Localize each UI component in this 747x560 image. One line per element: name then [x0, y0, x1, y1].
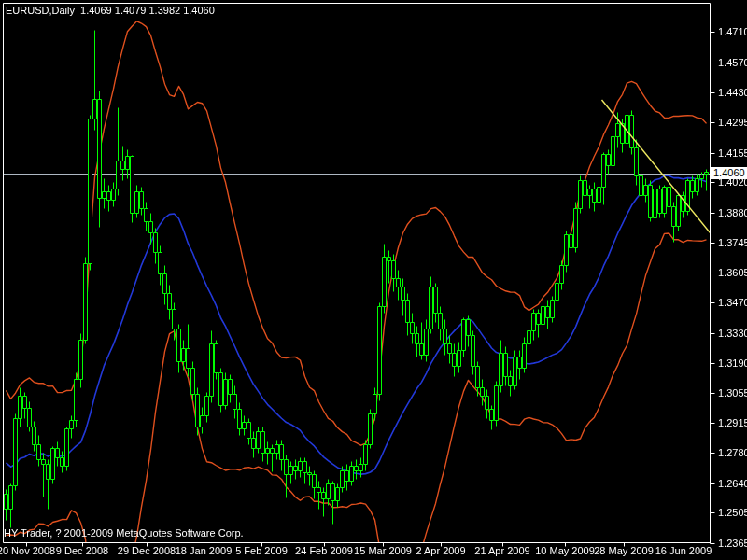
date-axis-label: 24 Feb 2009 [295, 545, 353, 556]
date-axis-label: 21 Apr 2009 [474, 545, 529, 556]
price-axis-label: 1.3190 [718, 357, 747, 369]
price-axis-label: 1.4430 [718, 87, 747, 98]
price-axis-label: 1.3745 [718, 237, 747, 248]
price-axis-label: 1.3470 [718, 297, 747, 308]
price-axis-label: 1.4570 [718, 57, 747, 68]
date-axis-label: 5 Feb 2009 [235, 545, 288, 556]
date-axis-label: 2 Apr 2009 [416, 545, 465, 556]
date-axis-label: 18 Jan 2009 [176, 545, 233, 556]
date-axis-label: 20 Nov 2008 [0, 545, 55, 556]
price-axis-label: 1.4710 [718, 26, 747, 37]
price-axis-label: 1.4295 [718, 117, 747, 128]
chart-window: EURUSD,Daily 1.4069 1.4079 1.3982 1.4060… [0, 0, 747, 560]
copyright-watermark: HY Trader, ? 2001-2009 MetaQuotes Softwa… [4, 527, 244, 539]
current-price-box: 1.4060 [711, 167, 747, 179]
price-axis-label: 1.3055 [718, 387, 747, 399]
price-axis-label: 1.2640 [718, 478, 747, 489]
price-axis-label: 1.2915 [718, 417, 747, 428]
date-axis-label: 28 May 2009 [594, 545, 654, 556]
date-axis-label: 16 Jun 2009 [655, 545, 712, 556]
date-axis-label: 10 May 2009 [535, 545, 595, 556]
price-axis-label: 1.4155 [718, 147, 747, 159]
price-axis-label: 1.2365 [718, 538, 747, 549]
price-axis-label: 1.2505 [718, 507, 747, 518]
date-axis-label: 15 Mar 2009 [354, 545, 412, 556]
price-axis-label: 1.3330 [718, 328, 747, 339]
date-axis-label: 9 Dec 2008 [56, 545, 108, 556]
date-axis-label: 29 Dec 2008 [118, 545, 176, 556]
chart-title-ohlc: EURUSD,Daily 1.4069 1.4079 1.3982 1.4060 [6, 5, 215, 16]
price-axis-label: 1.2780 [718, 447, 747, 458]
price-axis-label: 1.3880 [718, 207, 747, 218]
price-axis-label: 1.3605 [718, 267, 747, 278]
price-chart-canvas[interactable] [0, 0, 747, 560]
